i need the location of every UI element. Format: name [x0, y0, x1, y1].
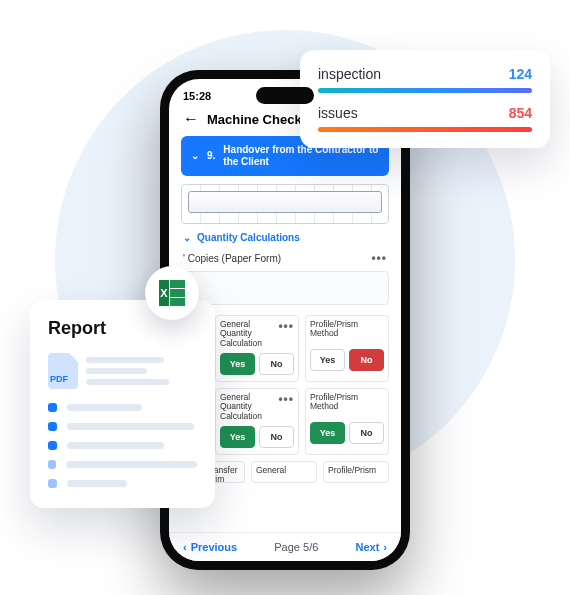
- chevron-down-icon: ⌄: [183, 232, 191, 243]
- method-cell: Profile/Prism Method Yes No: [305, 388, 389, 455]
- chevron-down-icon: ⌄: [191, 150, 199, 162]
- list-item: [48, 422, 197, 431]
- placeholder-line: [67, 442, 164, 449]
- subsection-toggle[interactable]: ⌄ Quantity Calculations: [169, 230, 401, 249]
- placeholder-line: [67, 423, 194, 430]
- excel-icon: X: [159, 280, 185, 306]
- previous-button[interactable]: ‹Previous: [183, 541, 237, 553]
- method-cell: Profile/Prism Method Yes No: [305, 315, 389, 382]
- yes-button[interactable]: Yes: [220, 426, 255, 448]
- cell-header: General Quantity Calculation: [220, 320, 275, 348]
- next-label: Next: [355, 541, 379, 553]
- back-icon[interactable]: ←: [183, 110, 199, 128]
- next-button[interactable]: Next›: [355, 541, 387, 553]
- copies-label: ' Copies (Paper Form): [183, 253, 371, 264]
- progress-bar: [318, 88, 532, 93]
- stats-card: inspection 124 issues 854: [300, 50, 550, 148]
- cell: General: [251, 461, 317, 483]
- bullet-list: [48, 403, 197, 488]
- bullet-icon: [48, 460, 56, 469]
- list-item: [48, 479, 197, 488]
- yes-button[interactable]: Yes: [310, 422, 345, 444]
- status-time: 15:28: [183, 90, 211, 102]
- cell-header: Profile/Prism Method: [310, 393, 384, 412]
- list-item: [48, 441, 197, 450]
- stat-label: inspection: [318, 66, 381, 82]
- chevron-left-icon: ‹: [183, 541, 187, 553]
- list-item: [48, 403, 197, 412]
- progress-bar: [318, 127, 532, 132]
- cell-header: General Quantity Calculation: [220, 393, 275, 421]
- subsection-title: Quantity Calculations: [197, 232, 300, 243]
- placeholder-line: [67, 404, 142, 411]
- phone-notch: [256, 87, 314, 104]
- prev-label: Previous: [191, 541, 237, 553]
- stat-issues: issues 854: [318, 105, 532, 132]
- stat-label: issues: [318, 105, 358, 121]
- more-icon[interactable]: •••: [278, 393, 294, 406]
- pdf-icon: PDF: [48, 353, 78, 389]
- qty-cell: General Quantity Calculation••• Yes No: [215, 315, 299, 382]
- copies-row: ' Copies (Paper Form) •••: [181, 249, 389, 271]
- bullet-icon: [48, 441, 57, 450]
- chevron-right-icon: ›: [383, 541, 387, 553]
- yes-button[interactable]: Yes: [310, 349, 345, 371]
- empty-field[interactable]: [181, 271, 389, 305]
- more-icon[interactable]: •••: [278, 320, 294, 333]
- report-card: Report PDF: [30, 300, 215, 508]
- no-button[interactable]: No: [349, 349, 384, 371]
- section-number: 9.: [207, 150, 215, 162]
- pager: ‹Previous Page 5/6 Next›: [169, 532, 401, 561]
- cell-header: Profile/Prism Method: [310, 320, 384, 339]
- placeholder-line: [66, 461, 197, 468]
- no-button[interactable]: No: [259, 353, 294, 375]
- pdf-row: PDF: [48, 353, 197, 389]
- stat-value: 854: [509, 105, 532, 121]
- qty-cell: General Quantity Calculation••• Yes No: [215, 388, 299, 455]
- report-title: Report: [48, 318, 197, 339]
- list-item: [48, 460, 197, 469]
- more-icon[interactable]: •••: [371, 251, 387, 265]
- placeholder-lines: [86, 357, 197, 385]
- excel-letter: X: [159, 280, 169, 306]
- stat-value: 124: [509, 66, 532, 82]
- cell: Profile/Prism: [323, 461, 389, 483]
- placeholder-line: [67, 480, 127, 487]
- bullet-icon: [48, 479, 57, 488]
- page-title: Machine Check: [207, 112, 302, 127]
- no-button[interactable]: No: [259, 426, 294, 448]
- page-indicator: Page 5/6: [274, 541, 318, 553]
- stat-inspection: inspection 124: [318, 66, 532, 93]
- bullet-icon: [48, 422, 57, 431]
- no-button[interactable]: No: [349, 422, 384, 444]
- train-diagram: [181, 184, 389, 224]
- pdf-label: PDF: [50, 374, 68, 384]
- excel-badge: X: [145, 266, 199, 320]
- bullet-icon: [48, 403, 57, 412]
- yes-button[interactable]: Yes: [220, 353, 255, 375]
